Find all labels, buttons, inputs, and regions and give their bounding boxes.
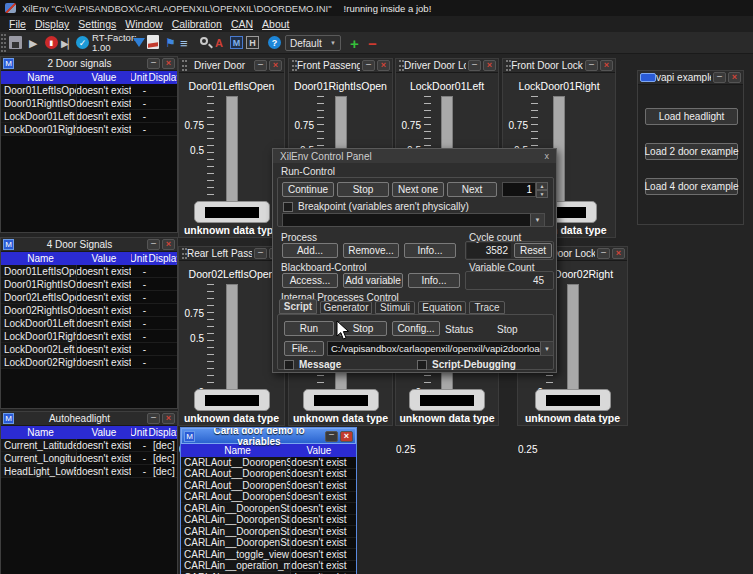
next-one-button[interactable]: Next one (392, 182, 444, 197)
table-row[interactable]: CARLAin__DooropenStatus_FLdoesn't exist (181, 503, 356, 515)
h-window-icon[interactable]: H (246, 36, 259, 49)
table-row[interactable]: HeadLight_LowBeamdoesn't exist -[dec] (1, 465, 177, 478)
minimize-button[interactable] (254, 248, 267, 259)
minimize-button[interactable] (468, 60, 481, 71)
table-row[interactable]: LockDoor02Rightdoesn't exist - (1, 356, 177, 369)
table-row[interactable]: CARLAin__toggle_viewdoesn't exist (181, 549, 356, 561)
four-door-titlebar[interactable]: M 4 Door Signals (1, 238, 177, 252)
front-passenger-titlebar[interactable]: Front Passenger D... (289, 59, 392, 73)
profile-select[interactable]: Default ▼ (285, 35, 341, 51)
spin-down-icon[interactable]: ▼ (536, 190, 548, 198)
table-row[interactable]: Door02LeftIsOpendoesn't exist - (1, 291, 177, 304)
slider-track[interactable] (226, 96, 238, 206)
menu-item-calibration[interactable]: Calibration (172, 18, 222, 30)
close-button[interactable] (162, 58, 175, 69)
blackboard-info-button[interactable]: Info... (408, 273, 460, 288)
slider-track[interactable] (226, 284, 238, 394)
control-panel-titlebar[interactable]: XilEnv Control Panel x (273, 149, 556, 163)
table-row[interactable]: Door01LeftIsOpendoesn't exist - (1, 84, 177, 97)
table-row[interactable]: CARLAin__DooropenStatus_RLdoesn't exist (181, 526, 356, 538)
close-button[interactable] (728, 72, 741, 83)
message-checkbox[interactable] (284, 360, 294, 370)
table-row[interactable]: CARLAout__DooropenStatus_FRdoesn't exist (181, 469, 356, 481)
minimize-button[interactable] (585, 60, 598, 71)
table-row[interactable]: LockDoor01Leftdoesn't exist - (1, 110, 177, 123)
script-file-button[interactable]: File... (284, 341, 324, 356)
menu-item-file[interactable]: File (9, 18, 26, 30)
slider-handle[interactable] (409, 389, 485, 411)
front-door-lock-titlebar[interactable]: Front Door Lock (503, 59, 615, 73)
process-add-button[interactable]: Add... (282, 243, 338, 258)
table-row[interactable]: CARLAout__DooropenStatus_RRdoesn't exist (181, 492, 356, 504)
minimize-button[interactable] (147, 58, 160, 69)
process-remove-button[interactable]: Remove... (343, 243, 399, 258)
tab-script[interactable]: Script (279, 299, 317, 314)
slider-handle[interactable] (303, 389, 379, 411)
carla-titlebar[interactable]: M Carla door demo io variables (181, 428, 356, 444)
save-icon[interactable] (9, 36, 22, 49)
close-button[interactable] (269, 60, 282, 71)
breakpoint-combo[interactable]: ▼ (282, 213, 545, 227)
list-icon[interactable]: ≡ (180, 35, 188, 51)
m-window-icon[interactable]: M (230, 36, 243, 49)
close-button[interactable] (162, 239, 175, 250)
minimize-button[interactable] (147, 239, 160, 250)
menu-item-display[interactable]: Display (35, 18, 69, 30)
close-icon[interactable]: x (545, 151, 550, 161)
continue-button[interactable]: Continue (282, 182, 334, 197)
menu-item-window[interactable]: Window (125, 18, 162, 30)
table-row[interactable]: CARLAin__operation_modedoesn't exist (181, 561, 356, 573)
flag-icon[interactable]: ⚑ (165, 35, 176, 51)
load-2-door-button[interactable]: Load 2 door example (645, 143, 738, 160)
table-row[interactable]: Door01LeftIsOpendoesn't exist - (1, 265, 177, 278)
process-info-button[interactable]: Info... (404, 243, 456, 258)
close-button[interactable] (600, 60, 613, 71)
script-file-path[interactable]: C:/vapisandbox/carlaopenxil/openxil/vapi… (327, 341, 554, 356)
tab-trace[interactable]: Trace (469, 301, 505, 314)
script-debugging-checkbox[interactable] (417, 360, 427, 370)
spinner-value[interactable]: 1 (502, 182, 536, 197)
slider-handle[interactable] (194, 201, 270, 223)
menu-item-settings[interactable]: Settings (78, 18, 116, 30)
load-4-door-button[interactable]: Load 4 door example (645, 178, 738, 195)
search-icon[interactable] (199, 36, 212, 49)
close-button[interactable] (340, 431, 353, 442)
script-config-button[interactable]: Config... (392, 321, 440, 336)
minimize-button[interactable] (147, 413, 160, 424)
table-row[interactable]: Door02RightIsOpendoesn't exist - (1, 304, 177, 317)
minimize-button[interactable] (362, 60, 375, 71)
breakpoint-checkbox[interactable] (283, 202, 293, 212)
toolbar-grip[interactable] (1, 34, 6, 52)
autoheadlight-titlebar[interactable]: M Autoheadlight (1, 412, 177, 426)
table-row[interactable]: LockDoor02Leftdoesn't exist - (1, 343, 177, 356)
slider-handle[interactable] (194, 389, 270, 411)
spin-up-icon[interactable]: ▲ (536, 182, 548, 190)
driver-door-titlebar[interactable]: Driver Door (179, 59, 284, 73)
rt-check-icon[interactable]: ✓ (76, 36, 89, 49)
minimize-button[interactable] (325, 431, 338, 442)
load-headlight-button[interactable]: Load headlight (645, 108, 738, 125)
record-icon[interactable]: ▮ (45, 36, 58, 49)
table-row[interactable]: Current_Longitudedoesn't exist -[dec] (1, 452, 177, 465)
close-button[interactable] (162, 413, 175, 424)
step-icon[interactable]: ▶▏ (61, 35, 74, 51)
menu-item-can[interactable]: CAN (231, 18, 253, 30)
rear-left-passenger-titlebar[interactable]: Rear Left Passeng... (179, 247, 284, 261)
play-icon[interactable]: ▶ (29, 35, 37, 51)
next-button[interactable]: Next (447, 182, 497, 197)
tab-stimuli[interactable]: Stimuli (375, 301, 415, 314)
add-icon[interactable]: + (350, 35, 359, 51)
vapi-titlebar[interactable]: vapi examples (638, 71, 743, 85)
remove-icon[interactable]: − (368, 35, 377, 51)
close-button[interactable] (377, 60, 390, 71)
table-row[interactable]: LockDoor01Leftdoesn't exist - (1, 317, 177, 330)
driver-door-lock-titlebar[interactable]: Driver Door Lock (396, 59, 498, 73)
minimize-button[interactable] (713, 72, 726, 83)
filter-icon[interactable] (133, 38, 145, 47)
table-row[interactable]: CARLAin__DooropenStatus_RRdoesn't exist (181, 538, 356, 550)
table-row[interactable]: LockDoor01Rightdoesn't exist - (1, 330, 177, 343)
minimize-button[interactable] (254, 60, 267, 71)
error-search-icon[interactable]: A (215, 35, 223, 51)
table-row[interactable]: LockDoor01Rightdoesn't exist - (1, 123, 177, 136)
table-row[interactable]: CARLAout__DooropenStatus_RLdoesn't exist (181, 480, 356, 492)
